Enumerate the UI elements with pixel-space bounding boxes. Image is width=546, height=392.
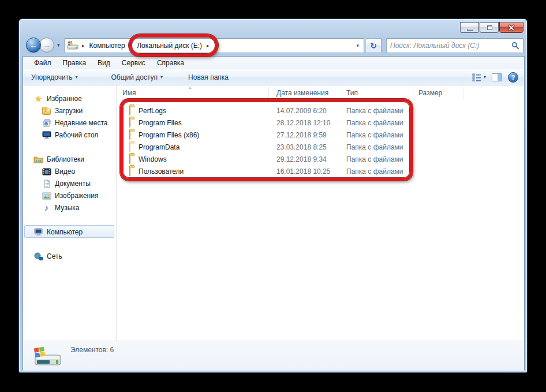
file-type: Папка с файлами [346, 131, 403, 139]
chevron-down-icon: ▾ [484, 74, 486, 80]
close-icon [507, 24, 515, 32]
drive-icon [67, 41, 78, 50]
views-button[interactable]: ▾ [472, 73, 486, 81]
file-list: ▲ Имя Дата изменения Тип Размер PerfLogs… [117, 85, 524, 341]
computer-icon [33, 227, 43, 237]
desktop-icon [42, 130, 51, 140]
file-date: 14.07.2009 6:20 [276, 107, 327, 115]
organize-button[interactable]: Упорядочить ▾ [27, 72, 82, 83]
file-date: 28.12.2018 12:10 [276, 119, 330, 127]
status-items-count: Элементов: 6 [70, 346, 114, 354]
list-view-icon [472, 73, 481, 81]
breadcrumb-local-disk-e[interactable]: Локальный диск (E:) [136, 41, 203, 50]
search-icon[interactable] [511, 42, 519, 50]
recent-pages-dropdown-icon[interactable]: ▾ [57, 42, 60, 48]
sidebar-label: Видео [55, 167, 75, 176]
sidebar-item-music[interactable]: ♪ Музыка [42, 202, 79, 214]
file-row[interactable]: Пользователи 16.01.2018 10:25 Папка с фа… [117, 166, 524, 178]
column-header-date[interactable]: Дата изменения [276, 89, 328, 97]
minimize-icon [467, 29, 473, 31]
preview-pane-button[interactable] [492, 73, 502, 81]
search-box [386, 38, 523, 53]
sidebar-item-libraries[interactable]: Библиотеки [33, 154, 84, 165]
breadcrumb-computer[interactable]: Компьютер [88, 41, 126, 50]
navigation-pane: ★ Избранное ↓ Загрузки Недавние места [23, 85, 117, 341]
organize-label: Упорядочить [31, 73, 72, 81]
help-button[interactable]: ? [508, 72, 518, 83]
sidebar-label: Документы [55, 180, 91, 188]
screenshot-stage: ← → ▾ ▸ Компьютер ▸ [0, 0, 546, 392]
file-type: Папка с файлами [346, 155, 403, 163]
breadcrumb-arrow-icon[interactable]: ▸ [203, 43, 213, 48]
pictures-icon [42, 191, 51, 200]
menu-item-view[interactable]: Вид [92, 59, 116, 67]
command-toolbar: Упорядочить ▾ Общий доступ ▾ Новая папка [23, 69, 524, 85]
file-row[interactable]: Program Files (x86) 27.12.2018 9:59 Папк… [117, 129, 524, 141]
menu-item-tools[interactable]: Сервис [116, 59, 151, 67]
sidebar-label: Недавние места [55, 119, 107, 127]
sidebar-label: Сеть [47, 252, 62, 260]
recent-places-icon [42, 118, 51, 128]
sidebar-label: Компьютер [47, 228, 83, 236]
sidebar-item-documents[interactable]: Документы [42, 178, 91, 189]
music-note-icon: ♪ [42, 203, 51, 212]
file-row[interactable]: Program Files 28.12.2018 12:10 Папка с ф… [117, 117, 524, 129]
breadcrumb-arrow-icon[interactable]: ▸ [126, 43, 136, 48]
file-name: ProgramData [139, 143, 179, 151]
sidebar-item-downloads[interactable]: ↓ Загрузки [42, 105, 83, 117]
client-area: Файл Правка Вид Сервис Справка Упорядочи… [23, 56, 525, 370]
sidebar-item-videos[interactable]: Видео [42, 166, 75, 177]
folder-icon [129, 143, 130, 152]
breadcrumb-arrow-icon: ▸ [78, 43, 88, 48]
column-header-size[interactable]: Размер [418, 89, 442, 97]
sidebar-item-network[interactable]: Сеть [33, 251, 62, 262]
file-date: 27.12.2018 9:59 [276, 131, 327, 139]
file-type: Папка с файлами [346, 143, 403, 151]
network-icon [33, 252, 43, 261]
file-row[interactable]: Windows 29.12.2018 9:34 Папка с файлами [117, 154, 524, 166]
folder-icon [129, 155, 130, 164]
sidebar-item-desktop[interactable]: Рабочий стол [42, 129, 98, 141]
share-label: Общий доступ [111, 73, 158, 81]
forward-button[interactable]: → [39, 38, 54, 53]
sidebar-item-recent-places[interactable]: Недавние места [42, 117, 107, 129]
folder-icon [129, 167, 130, 176]
new-folder-button[interactable]: Новая папка [184, 72, 233, 83]
chevron-down-icon: ▾ [160, 74, 163, 80]
new-folder-label: Новая папка [188, 73, 229, 81]
file-row[interactable]: PerfLogs 14.07.2009 6:20 Папка с файлами [117, 105, 524, 117]
menu-item-help[interactable]: Справка [151, 59, 190, 67]
star-icon: ★ [33, 94, 43, 103]
column-header-name[interactable]: Имя [122, 89, 136, 97]
file-date: 29.12.2018 9:34 [276, 155, 327, 163]
folder-icon [129, 130, 130, 140]
explorer-window: ← → ▾ ▸ Компьютер ▸ [18, 18, 528, 373]
refresh-button[interactable]: ↻ [366, 38, 382, 53]
content-area: ★ Избранное ↓ Загрузки Недавние места [23, 85, 524, 341]
column-headers: ▲ Имя Дата изменения Тип Размер [117, 87, 524, 100]
back-button[interactable]: ← [26, 38, 41, 53]
menu-item-edit[interactable]: Правка [57, 59, 92, 67]
sidebar-item-pictures[interactable]: Изображения [42, 190, 98, 201]
minimize-button[interactable] [460, 22, 479, 33]
sidebar-label: Библиотеки [47, 155, 84, 163]
sort-ascending-icon: ▲ [188, 85, 192, 89]
folder-icon [129, 118, 130, 128]
search-input[interactable] [390, 42, 511, 50]
column-header-type[interactable]: Тип [346, 89, 358, 97]
folder-icon [129, 106, 130, 115]
sidebar-label: Изображения [55, 192, 98, 200]
share-button[interactable]: Общий доступ ▾ [106, 72, 167, 83]
file-date: 16.01.2018 10:25 [276, 167, 330, 176]
close-button[interactable] [499, 22, 523, 33]
sidebar-item-computer[interactable]: Компьютер [33, 226, 83, 238]
file-row[interactable]: ProgramData 23.03.2018 8:25 Папка с файл… [117, 141, 524, 154]
address-bar[interactable]: ▸ Компьютер ▸ Локальный диск (E:) ▸ ▾ [64, 38, 364, 53]
file-name: Пользователи [139, 167, 184, 176]
address-dropdown-icon[interactable]: ▾ [354, 43, 361, 48]
maximize-button[interactable] [480, 22, 499, 33]
window-controls [459, 22, 523, 33]
menu-item-file[interactable]: Файл [28, 59, 57, 67]
sidebar-item-favorites[interactable]: ★ Избранное [33, 93, 82, 104]
documents-icon [42, 179, 51, 188]
